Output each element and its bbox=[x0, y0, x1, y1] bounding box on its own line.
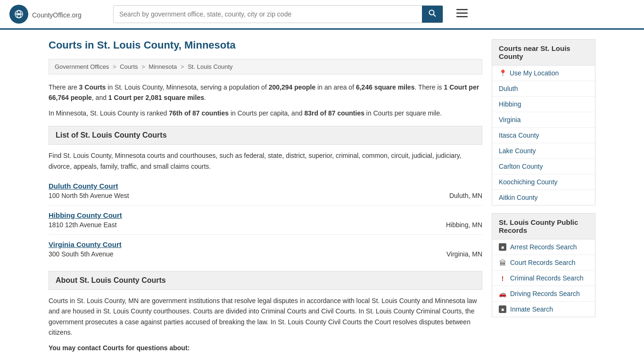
rank2: 83rd of 87 counties bbox=[304, 109, 364, 117]
summary-text5: , and bbox=[92, 94, 108, 101]
criminal-records[interactable]: ! Criminal Records Search bbox=[492, 271, 595, 286]
breadcrumb-sep-2: > bbox=[141, 63, 147, 70]
about-section-header: About St. Louis County Courts bbox=[49, 271, 482, 290]
svg-point-4 bbox=[18, 13, 20, 16]
logo-icon bbox=[9, 5, 28, 24]
summary-text6: . bbox=[204, 94, 206, 101]
records-list: ■ Arrest Records Search 🏛 Court Records … bbox=[492, 239, 595, 317]
nearby-itasca[interactable]: Itasca County bbox=[492, 128, 595, 143]
breadcrumb-sep-3: > bbox=[181, 63, 186, 70]
svg-rect-8 bbox=[456, 13, 468, 14]
summary-text: There are 3 Courts in St. Louis County, … bbox=[49, 82, 482, 103]
virginia-court-city: Virginia, MN bbox=[446, 250, 482, 258]
criminal-records-link[interactable]: Criminal Records Search bbox=[510, 274, 584, 282]
nearby-list: 📍 Use My Location Duluth Hibbing Virgini… bbox=[492, 66, 595, 206]
driving-records-link[interactable]: Driving Records Search bbox=[510, 290, 580, 297]
arrest-records[interactable]: ■ Arrest Records Search bbox=[492, 239, 595, 255]
court-records-link[interactable]: Court Records Search bbox=[510, 259, 576, 266]
nearby-koochiching-link[interactable]: Koochiching County bbox=[499, 178, 558, 186]
driving-icon: 🚗 bbox=[499, 290, 506, 297]
search-input[interactable] bbox=[114, 6, 422, 23]
nearby-virginia[interactable]: Virginia bbox=[492, 112, 595, 128]
driving-records[interactable]: 🚗 Driving Records Search bbox=[492, 286, 595, 302]
summary-text1: There are bbox=[49, 83, 79, 91]
nearby-duluth[interactable]: Duluth bbox=[492, 81, 595, 97]
use-my-location[interactable]: 📍 Use My Location bbox=[492, 66, 595, 81]
breadcrumb-gov-offices[interactable]: Government Offices bbox=[55, 63, 109, 70]
breadcrumb-sep-1: > bbox=[113, 63, 118, 70]
svg-rect-9 bbox=[456, 16, 468, 17]
summary-rank-text: In Minnesota, St. Louis County is ranked… bbox=[49, 108, 482, 118]
summary-area: 6,246 square miles bbox=[356, 83, 415, 91]
hibbing-court-address: 1810 12th Avenue East bbox=[49, 221, 117, 229]
summary-text3: in an area of bbox=[315, 83, 356, 91]
arrest-icon: ■ bbox=[499, 243, 506, 251]
nearby-hibbing-link[interactable]: Hibbing bbox=[499, 100, 521, 108]
nearby-lake-link[interactable]: Lake County bbox=[499, 147, 536, 155]
breadcrumb-minnesota[interactable]: Minnesota bbox=[149, 63, 177, 70]
nearby-virginia-link[interactable]: Virginia bbox=[499, 116, 520, 123]
search-button[interactable] bbox=[422, 6, 443, 23]
list-section-header: List of St. Louis County Courts bbox=[49, 126, 482, 145]
svg-point-5 bbox=[429, 10, 434, 15]
duluth-court-address: 100 North 5th Avenue West bbox=[49, 192, 129, 199]
svg-line-6 bbox=[434, 15, 436, 17]
main-content: Courts in St. Louis County, Minnesota Go… bbox=[49, 39, 482, 358]
summary-ratio2: 1 Court per 2,081 square miles bbox=[108, 94, 204, 101]
logo-suffix: .org bbox=[70, 11, 82, 19]
page-title: Courts in St. Louis County, Minnesota bbox=[49, 39, 482, 51]
nearby-koochiching[interactable]: Koochiching County bbox=[492, 174, 595, 190]
court-item-duluth: Duluth County Court 100 North 5th Avenue… bbox=[49, 176, 482, 206]
logo-area: CountyOffice.org bbox=[9, 5, 104, 24]
summary-text2: in St. Louis County, Minnesota, serving … bbox=[106, 83, 268, 91]
nearby-aitkin[interactable]: Aitkin County bbox=[492, 190, 595, 205]
about-bold-footer-text: You may contact Courts for questions abo… bbox=[49, 344, 190, 352]
virginia-court-address-row: 300 South 5th Avenue Virginia, MN bbox=[49, 250, 482, 258]
menu-button[interactable] bbox=[453, 6, 471, 22]
rank1: 76th of 87 counties bbox=[169, 109, 229, 117]
nearby-itasca-link[interactable]: Itasca County bbox=[499, 132, 539, 139]
about-text: Courts in St. Louis County, MN are gover… bbox=[49, 296, 482, 338]
summary-text4: . There is bbox=[414, 83, 444, 91]
nearby-aitkin-link[interactable]: Aitkin County bbox=[499, 194, 537, 201]
virginia-court-address: 300 South 5th Avenue bbox=[49, 250, 114, 258]
summary-population: 200,294 people bbox=[269, 83, 316, 91]
inmate-search-link[interactable]: Inmate Search bbox=[510, 305, 553, 313]
court-records[interactable]: 🏛 Court Records Search bbox=[492, 255, 595, 271]
summary-count1: 3 Courts bbox=[79, 83, 106, 91]
arrest-records-link[interactable]: Arrest Records Search bbox=[510, 243, 577, 251]
nearby-duluth-link[interactable]: Duluth bbox=[499, 85, 518, 92]
rank-text1: In Minnesota, St. Louis County is ranked bbox=[49, 109, 169, 117]
inmate-search[interactable]: ■ Inmate Search bbox=[492, 302, 595, 317]
location-pin-icon: 📍 bbox=[499, 69, 507, 77]
nearby-carlton[interactable]: Carlton County bbox=[492, 159, 595, 174]
search-area bbox=[113, 5, 443, 23]
records-header: St. Louis County Public Records bbox=[492, 213, 595, 239]
header: CountyOffice.org bbox=[0, 0, 644, 30]
about-bold-footer: You may contact Courts for questions abo… bbox=[49, 343, 482, 353]
sidebar: Courts near St. Louis County 📍 Use My Lo… bbox=[492, 39, 595, 358]
nearby-hibbing[interactable]: Hibbing bbox=[492, 97, 595, 112]
list-description: Find St. Louis County, Minnesota courts … bbox=[49, 150, 482, 172]
use-location-link[interactable]: Use My Location bbox=[510, 69, 559, 77]
nearby-carlton-link[interactable]: Carlton County bbox=[499, 163, 543, 170]
hibbing-court-city: Hibbing, MN bbox=[446, 221, 482, 229]
main-container: Courts in St. Louis County, Minnesota Go… bbox=[39, 30, 605, 362]
breadcrumb-courts[interactable]: Courts bbox=[120, 63, 138, 70]
hibbing-court-link[interactable]: Hibbing County Court bbox=[49, 211, 122, 219]
courts-list: Duluth County Court 100 North 5th Avenue… bbox=[49, 176, 482, 263]
duluth-court-address-row: 100 North 5th Avenue West Duluth, MN bbox=[49, 192, 482, 199]
duluth-court-link[interactable]: Duluth County Court bbox=[49, 182, 118, 190]
breadcrumb-st-louis[interactable]: St. Louis County bbox=[188, 63, 232, 70]
court-item-hibbing: Hibbing County Court 1810 12th Avenue Ea… bbox=[49, 206, 482, 235]
virginia-court-link[interactable]: Virginia County Court bbox=[49, 240, 122, 248]
nearby-lake[interactable]: Lake County bbox=[492, 143, 595, 159]
nearby-header: Courts near St. Louis County bbox=[492, 39, 595, 66]
svg-rect-7 bbox=[456, 9, 468, 10]
hibbing-court-address-row: 1810 12th Avenue East Hibbing, MN bbox=[49, 221, 482, 229]
criminal-icon: ! bbox=[499, 274, 506, 282]
logo-text: CountyOffice.org bbox=[32, 9, 82, 20]
logo-main: CountyOffice bbox=[32, 11, 70, 19]
court-icon: 🏛 bbox=[499, 259, 506, 266]
duluth-court-city: Duluth, MN bbox=[449, 192, 482, 199]
